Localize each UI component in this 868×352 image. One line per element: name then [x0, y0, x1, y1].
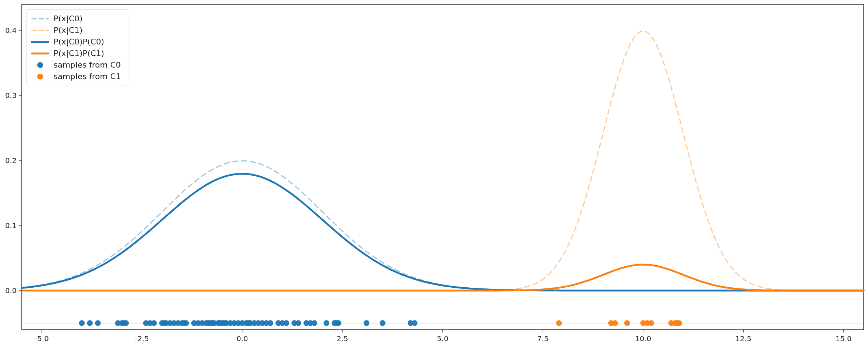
x-tick-label: 15.0	[835, 334, 852, 343]
chart-stage: -5.0-2.50.02.55.07.510.012.515.00.00.10.…	[0, 0, 868, 352]
y-tick-label: 0.4	[5, 26, 17, 35]
x-tick-label: 10.0	[635, 334, 651, 343]
legend-item-label: P(x|C1)	[54, 26, 82, 35]
sample-c0-dot	[295, 320, 301, 326]
sample-c0-dot	[363, 320, 369, 326]
legend-item-label: P(x|C1)P(C1)	[54, 49, 104, 58]
x-tick-label: -2.5	[135, 334, 149, 343]
y-tick-label: 0.2	[5, 156, 17, 165]
sample-c0-dot	[267, 320, 273, 326]
x-tick-label: 0.0	[237, 334, 248, 343]
x-tick-label: 7.5	[537, 334, 549, 343]
legend-swatch-dot	[37, 74, 43, 80]
sample-c0-dot	[380, 320, 386, 326]
x-tick-label: 12.5	[735, 334, 752, 343]
sample-c0-dot	[284, 320, 289, 326]
chart-svg: -5.0-2.50.02.55.07.510.012.515.00.00.10.…	[0, 0, 868, 352]
sample-c0-dot	[95, 320, 101, 326]
curves-layer	[22, 31, 864, 291]
x-tick-label: 2.5	[337, 334, 348, 343]
sample-c0-dot	[336, 320, 341, 326]
y-tick-label: 0.0	[5, 286, 17, 295]
legend: P(x|C0)P(x|C1)P(x|C0)P(C0)P(x|C1)P(C1)sa…	[27, 9, 128, 86]
y-tick-label: 0.3	[5, 91, 17, 100]
sample-c0-dot	[151, 320, 157, 326]
sample-c1-dot	[624, 320, 630, 326]
sample-c0-dot	[87, 320, 93, 326]
y-tick-label: 0.1	[5, 221, 17, 230]
x-tick-label: 5.0	[437, 334, 448, 343]
sample-c0-dot	[412, 320, 417, 326]
x-tick-label: -5.0	[35, 334, 49, 343]
sample-c0-dot	[79, 320, 85, 326]
legend-item-label: P(x|C0)	[54, 14, 82, 23]
sample-c0-dot	[183, 320, 189, 326]
sample-c1-dot	[648, 320, 654, 326]
sample-c1-dot	[612, 320, 618, 326]
legend-item-label: samples from C0	[54, 60, 121, 69]
sample-c0-dot	[311, 320, 317, 326]
legend-swatch-dot	[37, 62, 43, 68]
curve-2	[22, 174, 864, 291]
legend-item-label: samples from C1	[54, 72, 121, 81]
curve-3	[22, 265, 864, 291]
plot-border	[22, 4, 864, 330]
curve-0	[22, 161, 864, 291]
sample-c1-dot	[676, 320, 682, 326]
sample-c0-dot	[123, 320, 129, 326]
legend-item-label: P(x|C0)P(C0)	[54, 37, 104, 47]
curve-1	[22, 31, 864, 291]
sample-c0-dot	[324, 320, 329, 326]
axes-frame	[22, 4, 864, 330]
ticks-layer: -5.0-2.50.02.55.07.510.012.515.00.00.10.…	[5, 26, 852, 343]
sample-c1-dot	[556, 320, 562, 326]
